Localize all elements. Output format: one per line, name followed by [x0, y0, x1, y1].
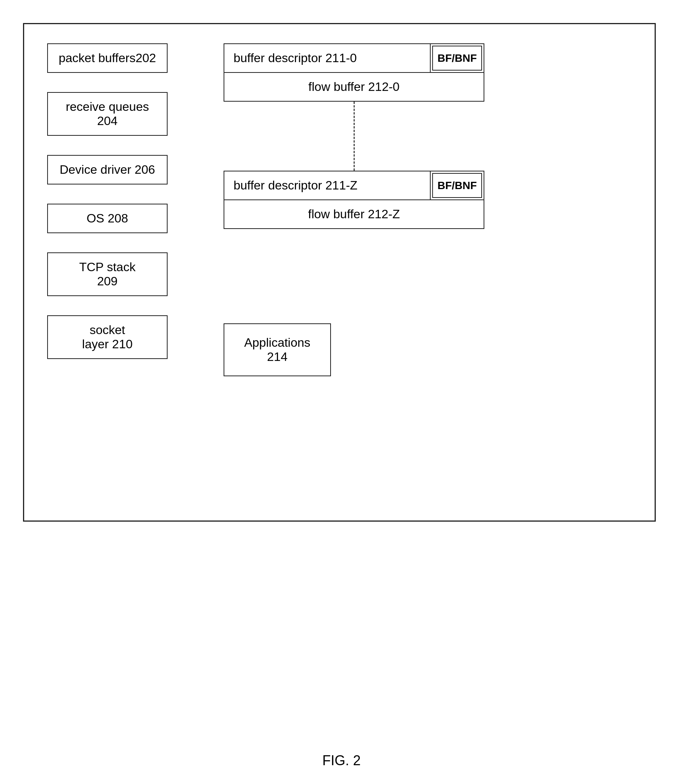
applications-label: Applications214 [244, 336, 311, 364]
buffer-descriptor-0-label: buffer descriptor 211-0 [224, 44, 431, 72]
socket-layer-box: socketlayer 210 [47, 315, 168, 359]
bf-bnf-z-box: BF/BNF [432, 173, 482, 198]
tcp-stack-label: TCP stack209 [79, 260, 135, 288]
device-driver-label: Device driver 206 [59, 163, 155, 177]
fig-label: FIG. 2 [322, 753, 360, 769]
applications-box: Applications214 [224, 323, 331, 376]
device-driver-box: Device driver 206 [47, 155, 168, 184]
receive-queues-label: receive queues204 [66, 100, 149, 128]
buffer-descriptor-0-row: buffer descriptor 211-0 BF/BNF [224, 43, 484, 73]
right-column: buffer descriptor 211-0 BF/BNF flow buff… [224, 43, 484, 229]
diagram-container: packet buffers 202 receive queues204 Dev… [23, 23, 656, 522]
left-column: packet buffers 202 receive queues204 Dev… [47, 43, 168, 359]
dashed-line [354, 102, 355, 171]
receive-queues-box: receive queues204 [47, 92, 168, 136]
diagram-inner: packet buffers 202 receive queues204 Dev… [24, 24, 655, 520]
tcp-stack-box: TCP stack209 [47, 252, 168, 296]
socket-layer-label: socketlayer 210 [82, 323, 133, 351]
os-box: OS 208 [47, 204, 168, 233]
bf-bnf-0-box: BF/BNF [432, 46, 482, 71]
buffer-descriptor-z-row: buffer descriptor 211-Z BF/BNF [224, 171, 484, 200]
buffer-group-z: buffer descriptor 211-Z BF/BNF flow buff… [224, 171, 484, 229]
page: packet buffers 202 receive queues204 Dev… [0, 0, 683, 784]
packet-buffers-box: packet buffers 202 [47, 43, 168, 73]
dashed-line-container [224, 102, 484, 171]
packet-buffers-number: 202 [135, 51, 156, 65]
flow-buffer-0-row: flow buffer 212-0 [224, 73, 484, 102]
os-label: OS 208 [87, 211, 128, 226]
flow-buffer-z-row: flow buffer 212-Z [224, 200, 484, 229]
buffer-descriptor-z-label: buffer descriptor 211-Z [224, 171, 431, 199]
buffer-group-0: buffer descriptor 211-0 BF/BNF flow buff… [224, 43, 484, 102]
packet-buffers-label: packet buffers [59, 51, 135, 65]
